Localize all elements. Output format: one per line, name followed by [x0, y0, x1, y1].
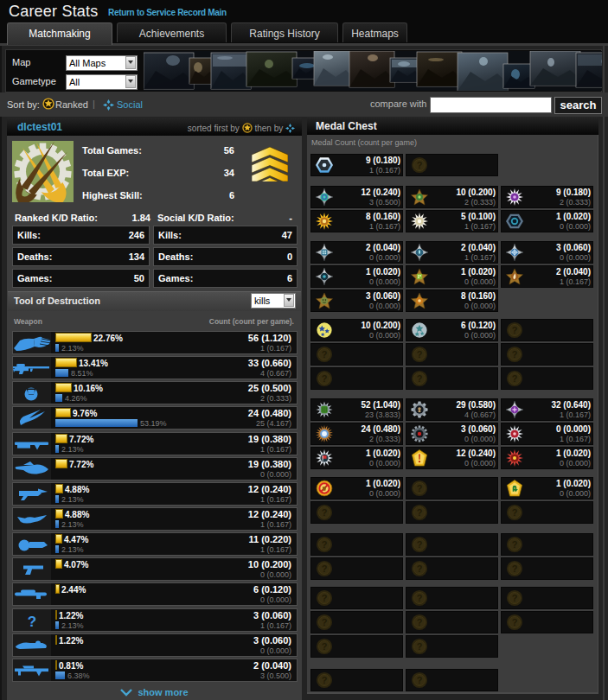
svg-text:?: ?	[417, 675, 423, 685]
svg-text:?: ?	[322, 563, 328, 574]
svg-text:?: ?	[322, 373, 328, 384]
svg-text:?: ?	[322, 675, 328, 685]
svg-text:?: ?	[512, 593, 518, 603]
svg-text:?: ?	[512, 563, 518, 574]
svg-text:?: ?	[512, 507, 518, 518]
svg-text:?: ?	[512, 617, 518, 627]
svg-text:?: ?	[417, 373, 423, 384]
svg-text:?: ?	[417, 539, 423, 550]
svg-text:?: ?	[322, 641, 328, 652]
svg-text:?: ?	[28, 614, 36, 630]
svg-text:?: ?	[322, 617, 328, 627]
svg-text:?: ?	[417, 641, 423, 652]
svg-text:?: ?	[322, 349, 328, 360]
svg-text:?: ?	[417, 617, 423, 627]
svg-text:?: ?	[417, 349, 423, 360]
svg-text:?: ?	[417, 160, 423, 170]
svg-text:?: ?	[322, 507, 328, 518]
svg-text:?: ?	[322, 593, 328, 603]
svg-text:?: ?	[417, 507, 423, 518]
svg-text:?: ?	[512, 373, 518, 384]
svg-text:?: ?	[512, 325, 518, 335]
svg-text:?: ?	[417, 483, 423, 493]
svg-text:?: ?	[512, 349, 518, 360]
svg-text:?: ?	[512, 539, 518, 550]
svg-text:?: ?	[417, 593, 423, 603]
svg-text:?: ?	[322, 539, 328, 550]
svg-text:?: ?	[417, 563, 423, 574]
